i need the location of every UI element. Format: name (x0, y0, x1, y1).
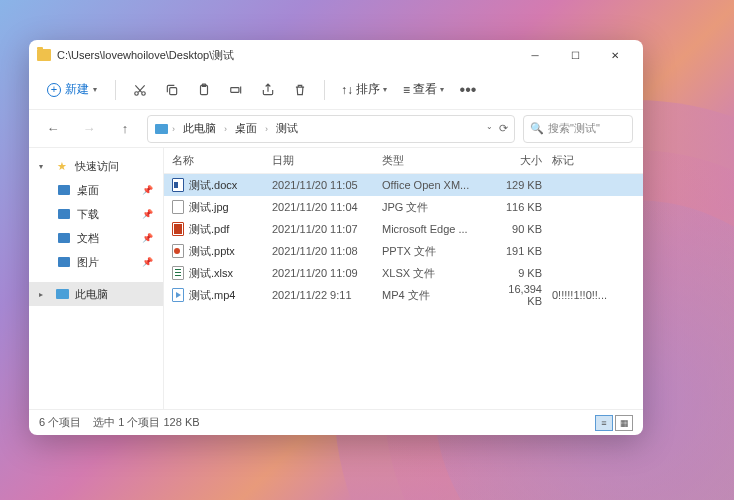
chevron-down-icon: ▾ (383, 85, 387, 94)
monitor-icon (55, 287, 69, 301)
up-button[interactable]: ↑ (111, 115, 139, 143)
sidebar-item-downloads[interactable]: 下载 📌 (29, 202, 163, 226)
file-tag: 0!!!!!1!!0!!... (552, 289, 643, 301)
file-date: 2021/11/20 11:09 (272, 267, 382, 279)
pin-icon: 📌 (142, 209, 153, 219)
file-size: 116 KB (492, 201, 552, 213)
share-button[interactable] (254, 76, 282, 104)
sidebar-item-desktop[interactable]: 桌面 📌 (29, 178, 163, 202)
chevron-down-icon: ▾ (39, 162, 49, 171)
file-size: 16,394 KB (492, 283, 552, 307)
file-row[interactable]: 测试.xlsx2021/11/20 11:09XLSX 文件9 KB (164, 262, 643, 284)
file-date: 2021/11/20 11:04 (272, 201, 382, 213)
file-icon (172, 266, 184, 280)
file-row[interactable]: 测试.pdf2021/11/20 11:07Microsoft Edge ...… (164, 218, 643, 240)
file-row[interactable]: 测试.pptx2021/11/20 11:08PPTX 文件191 KB (164, 240, 643, 262)
sidebar-item-documents[interactable]: 文档 📌 (29, 226, 163, 250)
file-icon (172, 222, 184, 236)
back-button[interactable]: ← (39, 115, 67, 143)
sort-icon: ↑↓ (341, 83, 353, 97)
file-explorer-window: C:\Users\lovewhoilove\Desktop\测试 ─ ☐ ✕ +… (29, 40, 643, 435)
column-header-name[interactable]: 名称 (172, 153, 272, 168)
file-date: 2021/11/20 11:07 (272, 223, 382, 235)
delete-button[interactable] (286, 76, 314, 104)
file-name: 测试.mp4 (189, 288, 235, 303)
file-size: 9 KB (492, 267, 552, 279)
column-header-tag[interactable]: 标记 (552, 153, 643, 168)
svg-rect-2 (170, 87, 177, 94)
file-date: 2021/11/20 11:08 (272, 245, 382, 257)
view-button[interactable]: ≡ 查看 ▾ (397, 77, 450, 102)
refresh-button[interactable]: ⟳ (499, 122, 508, 135)
pin-icon: 📌 (142, 233, 153, 243)
new-button[interactable]: + 新建 ▾ (39, 77, 105, 102)
file-size: 191 KB (492, 245, 552, 257)
paste-button[interactable] (190, 76, 218, 104)
column-header-type[interactable]: 类型 (382, 153, 492, 168)
view-icons-button[interactable]: ▦ (615, 415, 633, 431)
file-icon (172, 178, 184, 192)
titlebar[interactable]: C:\Users\lovewhoilove\Desktop\测试 ─ ☐ ✕ (29, 40, 643, 70)
folder-icon (57, 255, 71, 269)
file-name: 测试.jpg (189, 200, 229, 215)
file-type: XLSX 文件 (382, 266, 492, 281)
more-button[interactable]: ••• (454, 76, 482, 104)
view-details-button[interactable]: ≡ (595, 415, 613, 431)
sort-button[interactable]: ↑↓ 排序 ▾ (335, 77, 393, 102)
sidebar-item-pictures[interactable]: 图片 📌 (29, 250, 163, 274)
column-header-size[interactable]: 大小 (492, 153, 552, 168)
file-size: 90 KB (492, 223, 552, 235)
file-row[interactable]: 测试.docx2021/11/20 11:05Office Open XM...… (164, 174, 643, 196)
file-list: 测试.docx2021/11/20 11:05Office Open XM...… (164, 174, 643, 409)
column-headers: 名称 日期 类型 大小 标记 (164, 148, 643, 174)
file-icon (172, 200, 184, 214)
file-type: PPTX 文件 (382, 244, 492, 259)
star-icon: ★ (55, 159, 69, 173)
chevron-down-icon: ▾ (440, 85, 444, 94)
file-name: 测试.pdf (189, 222, 229, 237)
monitor-icon (154, 122, 168, 136)
file-date: 2021/11/22 9:11 (272, 289, 382, 301)
copy-button[interactable] (158, 76, 186, 104)
folder-icon (37, 49, 51, 61)
file-type: JPG 文件 (382, 200, 492, 215)
file-list-area: 名称 日期 类型 大小 标记 测试.docx2021/11/20 11:05Of… (164, 148, 643, 409)
cut-button[interactable] (126, 76, 154, 104)
search-input[interactable]: 🔍 搜索"测试" (523, 115, 633, 143)
chevron-down-icon[interactable]: ⌄ (486, 122, 493, 135)
close-button[interactable]: ✕ (595, 40, 635, 70)
column-header-date[interactable]: 日期 (272, 153, 382, 168)
file-type: Office Open XM... (382, 179, 492, 191)
folder-icon (57, 231, 71, 245)
maximize-button[interactable]: ☐ (555, 40, 595, 70)
file-row[interactable]: 测试.jpg2021/11/20 11:04JPG 文件116 KB (164, 196, 643, 218)
breadcrumb-item[interactable]: 测试 (272, 119, 302, 138)
sidebar: ▾ ★ 快速访问 桌面 📌 下载 📌 文档 📌 图片 (29, 148, 164, 409)
svg-rect-5 (231, 87, 239, 92)
plus-icon: + (47, 83, 61, 97)
sidebar-item-quick-access[interactable]: ▾ ★ 快速访问 (29, 154, 163, 178)
file-icon (172, 288, 184, 302)
pin-icon: 📌 (142, 185, 153, 195)
chevron-right-icon: ▸ (39, 290, 49, 299)
toolbar: + 新建 ▾ ↑↓ 排序 ▾ ≡ 查看 ▾ ••• (29, 70, 643, 110)
status-bar: 6 个项目 选中 1 个项目 128 KB ≡ ▦ (29, 409, 643, 435)
pin-icon: 📌 (142, 257, 153, 267)
svg-point-0 (135, 91, 139, 95)
new-label: 新建 (65, 81, 89, 98)
status-item-count: 6 个项目 (39, 415, 81, 430)
file-icon (172, 244, 184, 258)
breadcrumb-item[interactable]: 桌面 (231, 119, 261, 138)
breadcrumb-item[interactable]: 此电脑 (179, 119, 220, 138)
file-row[interactable]: 测试.mp42021/11/22 9:11MP4 文件16,394 KB0!!!… (164, 284, 643, 306)
file-name: 测试.pptx (189, 244, 235, 259)
breadcrumb[interactable]: › 此电脑 › 桌面 › 测试 ⌄ ⟳ (147, 115, 515, 143)
forward-button[interactable]: → (75, 115, 103, 143)
search-icon: 🔍 (530, 122, 544, 135)
sidebar-item-this-pc[interactable]: ▸ 此电脑 (29, 282, 163, 306)
rename-button[interactable] (222, 76, 250, 104)
svg-point-1 (142, 91, 146, 95)
view-icon: ≡ (403, 83, 410, 97)
minimize-button[interactable]: ─ (515, 40, 555, 70)
chevron-down-icon: ▾ (93, 85, 97, 94)
